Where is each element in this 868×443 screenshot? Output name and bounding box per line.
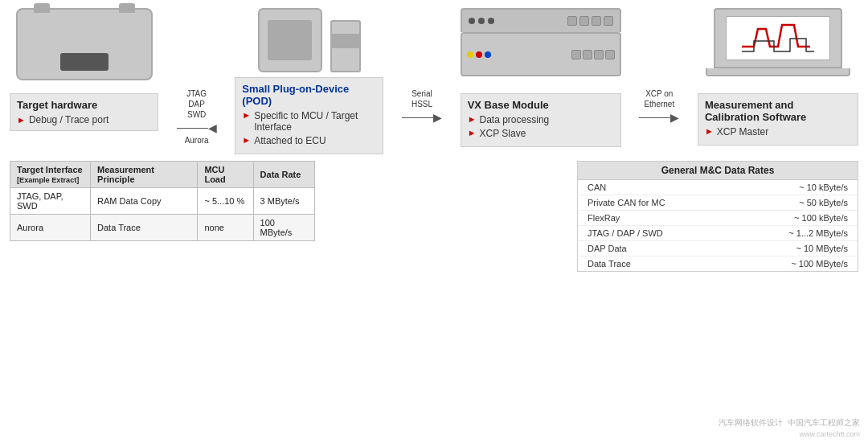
laptop-item-1: ► XCP Master bbox=[705, 126, 851, 137]
ecu-body bbox=[16, 8, 153, 80]
datarates-row-2: FlexRay ~ 100 kByte/s bbox=[578, 211, 858, 226]
watermark-1: 汽车网络软件设计 中国汽车工程师之家 bbox=[719, 417, 860, 429]
port-2 bbox=[579, 16, 589, 26]
vx-right-ports bbox=[571, 50, 615, 59]
table-row-2: Aurora Data Trace none 100 MByte/s bbox=[10, 215, 315, 241]
vx-title: VX Base Module bbox=[468, 99, 614, 111]
hardware-item-1: ► Debug / Trace port bbox=[17, 114, 151, 125]
datarates-row-0: CAN ~ 10 kByte/s bbox=[578, 180, 858, 195]
port-3 bbox=[592, 16, 601, 26]
watermark-url: www.cartech8.com bbox=[799, 430, 860, 438]
connector-1: JTAG DAP SWD ◀ Aurora bbox=[177, 8, 217, 145]
vx-port-r1 bbox=[571, 50, 581, 59]
vx-block: VX Base Module ► Data processing ► XCP S… bbox=[461, 8, 621, 147]
vx-device-body bbox=[461, 32, 621, 76]
connector-label-hssl: HSSL bbox=[411, 99, 432, 109]
tablet-screen bbox=[268, 20, 312, 60]
vx-items-list: ► Data processing ► XCP Slave bbox=[468, 114, 614, 139]
vx-label-box: VX Base Module ► Data processing ► XCP S… bbox=[461, 93, 621, 147]
pod-item-2: ► Attached to ECU bbox=[242, 135, 376, 146]
datarates-row-3: JTAG / DAP / SWD ~ 1...2 MByte/s bbox=[578, 226, 858, 241]
table-header-datarate: Data Rate bbox=[253, 162, 314, 188]
table-cell-principle-2: Data Trace bbox=[91, 215, 198, 241]
bottom-row: Target Interface[Example Extract] Measur… bbox=[10, 161, 858, 272]
connector-label-swd: SWD bbox=[186, 109, 207, 120]
laptop-screen-outer bbox=[714, 8, 842, 68]
pod-images bbox=[258, 8, 361, 72]
vx-port-r4 bbox=[605, 50, 615, 59]
card-image bbox=[330, 20, 361, 72]
connector-3-line bbox=[639, 117, 670, 118]
datarates-value-0: ~ 10 kByte/s bbox=[799, 183, 848, 192]
vx-arrow-1: ► bbox=[468, 114, 477, 124]
watermark-text-2: 中国汽车工程师之家 bbox=[788, 418, 860, 427]
connector-label-dap: DAP bbox=[186, 99, 207, 109]
interface-table-container: Target Interface[Example Extract] Measur… bbox=[10, 161, 315, 241]
connector-1-arrowhead: ◀ bbox=[208, 121, 217, 134]
dot-yellow bbox=[467, 51, 473, 58]
connector-label-serial: Serial bbox=[411, 88, 432, 99]
laptop-items-list: ► XCP Master bbox=[705, 126, 851, 137]
connector-label-aurora: Aurora bbox=[185, 136, 209, 145]
connector-2-labels: Serial HSSL bbox=[411, 88, 432, 109]
table-row-1: JTAG, DAP, SWD RAM Data Copy ~ 5...10 % … bbox=[10, 188, 315, 215]
hardware-label-box: Target hardware ► Debug / Trace port bbox=[10, 93, 158, 131]
connector-2-arrowhead: ▶ bbox=[433, 111, 442, 124]
datarates-box: General M&C Data Rates CAN ~ 10 kByte/s … bbox=[577, 161, 858, 272]
pod-arrow-1: ► bbox=[242, 110, 251, 120]
vx-item-1: ► Data processing bbox=[468, 114, 614, 125]
datarates-label-1: Private CAN for MC bbox=[588, 198, 665, 207]
datarates-value-3: ~ 1...2 MByte/s bbox=[788, 228, 848, 238]
arrow-icon-1: ► bbox=[17, 115, 26, 125]
tablet-image bbox=[258, 8, 322, 72]
connector-2-arrow-row: ▶ bbox=[402, 111, 442, 124]
hardware-title: Target hardware bbox=[17, 99, 151, 111]
laptop-image bbox=[706, 8, 850, 88]
datarates-value-4: ~ 10 MByte/s bbox=[796, 244, 848, 253]
ecu-notch-right bbox=[119, 3, 135, 13]
connector-label-jtag: JTAG bbox=[186, 88, 207, 99]
connector-label-ethernet: Ethernet bbox=[644, 99, 674, 109]
connector-1-labels: JTAG DAP SWD bbox=[186, 88, 207, 120]
connector-label-xcp-on: XCP on bbox=[644, 88, 674, 99]
laptop-block: Measurement and Calibration Software ► X… bbox=[698, 8, 858, 146]
datarates-value-5: ~ 100 MByte/s bbox=[791, 259, 848, 269]
connector-1-line bbox=[177, 128, 208, 129]
datarates-value-1: ~ 50 kByte/s bbox=[799, 198, 848, 207]
vx-port-r2 bbox=[583, 50, 592, 59]
vx-image bbox=[461, 8, 621, 88]
datarates-label-0: CAN bbox=[588, 183, 606, 192]
port-1 bbox=[567, 16, 577, 26]
vx-item-1-text: Data processing bbox=[480, 114, 550, 125]
pod-label-box: Small Plug-on-Device (POD) ► Specific to… bbox=[235, 77, 383, 154]
connector-1-arrow-row: ◀ bbox=[177, 121, 217, 134]
datarates-label-5: Data Trace bbox=[588, 259, 631, 269]
pod-item-1: ► Specific to MCU / Target Interface bbox=[242, 110, 376, 133]
datarates-row-1: Private CAN for MC ~ 50 kByte/s bbox=[578, 195, 858, 211]
connector-2: Serial HSSL ▶ bbox=[402, 8, 442, 124]
watermark-2: www.cartech8.com bbox=[799, 430, 860, 438]
datarates-label-4: DAP Data bbox=[588, 244, 627, 253]
hardware-block: Target hardware ► Debug / Trace port bbox=[10, 8, 158, 131]
connector-3-arrow-row: ▶ bbox=[639, 111, 679, 124]
dot-1 bbox=[469, 18, 475, 24]
top-row: Target hardware ► Debug / Trace port JTA… bbox=[10, 8, 858, 154]
dot-red bbox=[476, 51, 482, 58]
table-cell-datarate-1: 3 MByte/s bbox=[253, 188, 314, 215]
table-header-interface: Target Interface[Example Extract] bbox=[10, 162, 91, 188]
vx-dots-row bbox=[467, 51, 491, 58]
pod-items-list: ► Specific to MCU / Target Interface ► A… bbox=[242, 110, 376, 146]
interface-table: Target Interface[Example Extract] Measur… bbox=[10, 161, 315, 241]
main-container: Target hardware ► Debug / Trace port JTA… bbox=[0, 0, 868, 443]
connector-2-line bbox=[402, 117, 433, 118]
laptop-screen-inner bbox=[726, 16, 830, 60]
dot-2 bbox=[478, 18, 485, 24]
chart-svg bbox=[738, 21, 818, 56]
vx-item-2: ► XCP Slave bbox=[468, 128, 614, 139]
port-4 bbox=[604, 16, 613, 26]
watermark-text-1: 汽车网络软件设计 bbox=[719, 418, 783, 427]
ecu-notch-left bbox=[34, 3, 50, 13]
laptop-arrow-1: ► bbox=[705, 126, 714, 136]
laptop-item-1-text: XCP Master bbox=[717, 126, 768, 137]
pod-block: Small Plug-on-Device (POD) ► Specific to… bbox=[235, 8, 383, 154]
